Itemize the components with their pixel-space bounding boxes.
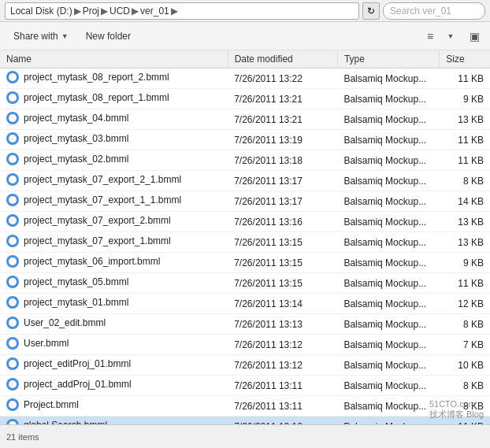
table-row[interactable]: project_mytask_07_export_1_1.bmml 7/26/2… [0, 191, 490, 212]
file-size-cell: 9 KB [440, 253, 490, 273]
address-path[interactable]: Local Disk (D:) ▶ Proj ▶ UCD ▶ ver_01 ▶ [5, 2, 359, 20]
file-name-text: project_mytask_02.bmml [24, 154, 128, 165]
file-type-icon [6, 132, 19, 145]
file-name-text: global Search.bmml [24, 420, 107, 424]
file-name-text: project_mytask_07_export_1.bmml [24, 235, 171, 246]
file-name-cell: project_mytask_08_report_1.bmml [0, 89, 228, 109]
view-icons: ≡ ▼ ▣ [421, 27, 484, 46]
file-date-cell: 7/26/2011 13:12 [228, 355, 337, 376]
file-date-cell: 7/26/2011 13:14 [228, 294, 337, 314]
file-name-icon-group: Project.bmml [6, 398, 79, 411]
file-size-cell: 13 KB [440, 109, 490, 130]
file-name-text: project_mytask_07_export_1_1.bmml [24, 194, 181, 205]
file-name-cell: project_mytask_03.bmml [0, 130, 228, 150]
table-row[interactable]: project_mytask_04.bmml 7/26/2011 13:21Ba… [0, 109, 490, 130]
file-name-icon-group: project_mytask_02.bmml [6, 153, 128, 165]
view-preview-icon: ▣ [470, 30, 480, 43]
refresh-button[interactable]: ↻ [362, 2, 380, 20]
file-name-icon-group: project_mytask_07_export_1_1.bmml [6, 194, 181, 206]
view-preview-button[interactable]: ▣ [465, 27, 484, 46]
status-bar: 21 items [0, 424, 490, 448]
file-name-icon-group: project_addProj_01.bmml [6, 378, 132, 391]
table-row[interactable]: project_mytask_01.bmml 7/26/2011 13:14Ba… [0, 294, 490, 314]
file-type-icon [6, 317, 19, 329]
file-name-icon-group: project_mytask_01.bmml [6, 296, 128, 309]
column-header-name[interactable]: Name [0, 50, 228, 68]
file-type-icon [6, 296, 19, 309]
file-name-text: project_mytask_07_export_2_1.bmml [24, 174, 181, 185]
file-name-cell: User_02_edit.bmml [0, 314, 228, 335]
file-size-cell: 11 KB [440, 150, 490, 171]
file-name-cell: project_mytask_07_export_2_1.bmml [0, 171, 228, 191]
new-folder-button[interactable]: New folder [79, 28, 138, 45]
table-row[interactable]: project_editProj_01.bmml 7/26/2011 13:12… [0, 355, 490, 376]
file-size-cell: 7 KB [440, 335, 490, 355]
file-name-text: project_mytask_01.bmml [24, 297, 128, 308]
file-type-icon [6, 91, 19, 104]
table-row[interactable]: project_mytask_07_export_1.bmml 7/26/201… [0, 232, 490, 253]
file-type-cell: Balsamiq Mockup... [337, 376, 439, 396]
file-type-icon [6, 194, 19, 206]
file-date-cell: 7/26/2011 13:10 [228, 417, 337, 425]
table-row[interactable]: project_mytask_03.bmml 7/26/2011 13:19Ba… [0, 130, 490, 150]
file-name-icon-group: project_mytask_07_export_1.bmml [6, 235, 171, 247]
file-type-cell: Balsamiq Mockup... [337, 253, 439, 273]
file-date-cell: 7/26/2011 13:15 [228, 253, 337, 273]
new-folder-label: New folder [86, 31, 131, 42]
file-name-text: project_mytask_07_export_2.bmml [24, 215, 171, 226]
table-row[interactable]: project_mytask_08_report_2.bmml 7/26/201… [0, 68, 490, 89]
file-name-cell: Project.bmml [0, 396, 228, 417]
file-date-cell: 7/26/2011 13:17 [228, 191, 337, 212]
file-type-icon [6, 378, 19, 391]
file-name-cell: project_editProj_01.bmml [0, 355, 228, 376]
file-type-cell: Balsamiq Mockup... [337, 68, 439, 89]
share-with-label: Share with [13, 31, 58, 42]
view-dropdown-button[interactable]: ▼ [441, 27, 460, 46]
share-with-button[interactable]: Share with ▼ [6, 28, 76, 45]
file-type-cell: Balsamiq Mockup... [337, 109, 439, 130]
file-name-text: project_mytask_08_report_2.bmml [24, 72, 169, 83]
file-size-cell: 12 KB [440, 294, 490, 314]
path-proj: Proj [83, 6, 99, 17]
table-row[interactable]: project_mytask_02.bmml 7/26/2011 13:18Ba… [0, 150, 490, 171]
table-row[interactable]: Project.bmml 7/26/2011 13:11Balsamiq Moc… [0, 396, 490, 417]
file-name-cell: project_mytask_04.bmml [0, 109, 228, 130]
view-details-button[interactable]: ≡ [421, 27, 440, 46]
file-date-cell: 7/26/2011 13:11 [228, 376, 337, 396]
column-header-date[interactable]: Date modified [228, 50, 337, 68]
file-name-text: User_02_edit.bmml [24, 317, 106, 328]
table-row[interactable]: project_mytask_06_import.bmml 7/26/2011 … [0, 253, 490, 273]
file-size-cell: 11 KB [440, 68, 490, 89]
table-row[interactable]: project_mytask_07_export_2_1.bmml 7/26/2… [0, 171, 490, 191]
file-type-icon [6, 71, 19, 83]
table-row[interactable]: project_addProj_01.bmml 7/26/2011 13:11B… [0, 376, 490, 396]
file-type-cell: Balsamiq Mockup... [337, 130, 439, 150]
table-row[interactable]: project_mytask_07_export_2.bmml 7/26/201… [0, 212, 490, 232]
file-date-cell: 7/26/2011 13:19 [228, 130, 337, 150]
file-name-icon-group: User_02_edit.bmml [6, 317, 106, 329]
file-date-cell: 7/26/2011 13:15 [228, 273, 337, 294]
column-header-type[interactable]: Type [337, 50, 439, 68]
table-row[interactable]: global Search.bmml 7/26/2011 13:10Balsam… [0, 417, 490, 425]
table-row[interactable]: project_mytask_08_report_1.bmml 7/26/201… [0, 89, 490, 109]
file-size-cell: 11 KB [440, 273, 490, 294]
file-type-cell: Balsamiq Mockup... [337, 314, 439, 335]
file-type-icon [6, 276, 19, 288]
file-name-cell: project_mytask_07_export_1.bmml [0, 232, 228, 253]
file-date-cell: 7/26/2011 13:17 [228, 171, 337, 191]
file-date-cell: 7/26/2011 13:15 [228, 232, 337, 253]
table-row[interactable]: User_02_edit.bmml 7/26/2011 13:13Balsami… [0, 314, 490, 335]
file-name-cell: project_mytask_08_report_2.bmml [0, 68, 228, 89]
file-name-text: project_mytask_03.bmml [24, 133, 128, 144]
file-name-icon-group: project_mytask_07_export_2.bmml [6, 214, 171, 227]
file-type-icon [6, 398, 19, 411]
search-box[interactable]: Search ver_01 [383, 2, 485, 20]
file-type-cell: Balsamiq Mockup... [337, 355, 439, 376]
file-type-cell: Balsamiq Mockup... [337, 294, 439, 314]
table-row[interactable]: project_mytask_05.bmml 7/26/2011 13:15Ba… [0, 273, 490, 294]
table-row[interactable]: User.bmml 7/26/2011 13:12Balsamiq Mockup… [0, 335, 490, 355]
file-date-cell: 7/26/2011 13:21 [228, 89, 337, 109]
column-header-size[interactable]: Size [440, 50, 490, 68]
file-name-text: project_mytask_04.bmml [24, 113, 128, 124]
file-date-cell: 7/26/2011 13:18 [228, 150, 337, 171]
